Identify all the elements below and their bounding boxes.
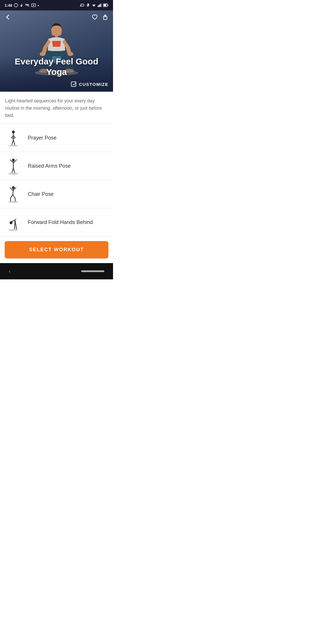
- svg-point-24: [12, 131, 15, 133]
- home-indicator: [81, 270, 104, 272]
- customize-button[interactable]: CUSTOMIZE: [71, 81, 108, 87]
- svg-line-50: [11, 220, 15, 222]
- pose-thumb-3: [5, 185, 22, 203]
- bottom-navigation: ‹: [0, 263, 113, 279]
- customize-icon: [71, 81, 77, 87]
- customize-label: CUSTOMIZE: [79, 82, 108, 87]
- battery-icon: [103, 3, 108, 7]
- svg-point-39: [8, 201, 19, 203]
- status-bar: 1:48 •: [0, 0, 113, 10]
- workout-description: Light-hearted sequences for your every d…: [0, 92, 113, 124]
- wifi-icon: [92, 3, 96, 7]
- svg-point-16: [40, 52, 46, 56]
- workout-title: Everyday Feel Good Yoga: [0, 56, 113, 77]
- svg-rect-12: [108, 5, 108, 6]
- bell-slash-icon: [86, 3, 90, 7]
- svg-point-4: [80, 6, 81, 7]
- svg-point-23: [8, 145, 19, 146]
- pose-thumb-4: [5, 214, 22, 231]
- signal-icon: [98, 3, 102, 7]
- dot-indicator: •: [38, 3, 39, 8]
- status-left: 1:48 •: [5, 3, 39, 8]
- svg-point-17: [68, 52, 73, 56]
- pose-name-4: Forward Fold Hands Behind: [28, 219, 93, 225]
- svg-line-31: [13, 140, 15, 145]
- svg-rect-7: [98, 6, 99, 7]
- svg-line-44: [10, 195, 13, 198]
- back-button[interactable]: [5, 14, 11, 22]
- svg-line-54: [15, 220, 17, 229]
- svg-point-48: [8, 229, 19, 231]
- svg-line-30: [12, 140, 13, 145]
- cast-icon: [80, 3, 85, 7]
- svg-line-41: [13, 189, 13, 195]
- svg-point-40: [12, 186, 15, 189]
- phone-slash-icon: [25, 3, 30, 7]
- pose-item-1[interactable]: Prayer Pose: [0, 124, 113, 152]
- svg-marker-6: [92, 5, 96, 7]
- svg-rect-10: [101, 3, 102, 7]
- pose-name-3: Chair Pose: [28, 191, 54, 197]
- svg-line-51: [14, 219, 16, 220]
- svg-rect-9: [100, 4, 101, 7]
- pose-thumb-1: [5, 129, 22, 146]
- svg-line-37: [12, 168, 13, 173]
- favorite-button[interactable]: [92, 14, 98, 22]
- pose-thumb-2: [5, 157, 22, 175]
- time-display: 1:48: [5, 3, 12, 8]
- pose-item-2[interactable]: Raised Arms Pose: [0, 152, 113, 180]
- description-text: Light-hearted sequences for your every d…: [5, 98, 102, 118]
- status-right: [80, 3, 108, 7]
- pose-name-1: Prayer Pose: [28, 135, 57, 141]
- svg-rect-13: [104, 4, 106, 6]
- bottom-action-area: SELECT WORKOUT: [0, 236, 113, 263]
- svg-point-32: [8, 173, 19, 175]
- hero-nav: [0, 14, 113, 22]
- back-chevron-icon[interactable]: ‹: [9, 268, 10, 274]
- pose-list: Prayer Pose Raised Arms Pose: [0, 124, 113, 236]
- pose-item-4[interactable]: Forward Fold Hands Behind: [0, 208, 113, 236]
- svg-point-33: [12, 159, 15, 162]
- circle-icon: [14, 3, 18, 7]
- pose-item-3[interactable]: Chair Pose: [0, 180, 113, 208]
- svg-point-2: [33, 5, 34, 6]
- svg-point-49: [10, 221, 12, 224]
- hero-section: Everyday Feel Good Yoga CUSTOMIZE: [0, 10, 113, 92]
- select-workout-button[interactable]: SELECT WORKOUT: [5, 241, 108, 258]
- svg-rect-8: [99, 5, 100, 7]
- svg-line-38: [13, 168, 15, 173]
- svg-line-46: [10, 198, 11, 201]
- svg-point-0: [14, 3, 18, 7]
- svg-line-47: [15, 198, 15, 201]
- screen-record-icon: [31, 3, 36, 7]
- pose-name-2: Raised Arms Pose: [28, 163, 71, 169]
- hero-nav-actions: [92, 14, 108, 22]
- svg-line-45: [13, 195, 15, 198]
- share-button[interactable]: [102, 14, 108, 22]
- flame-icon: [20, 3, 23, 7]
